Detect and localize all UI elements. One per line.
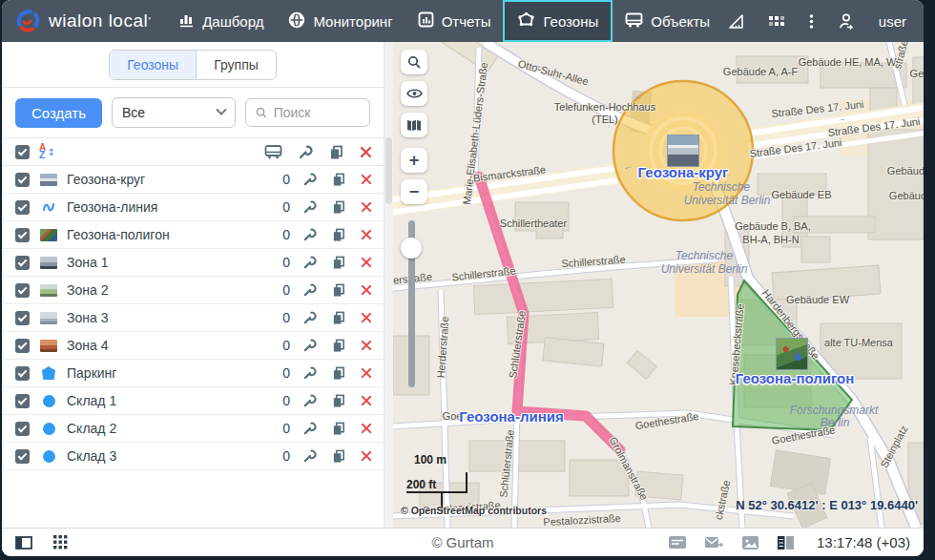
user-icon[interactable] [837,11,856,31]
copy-icon[interactable] [332,283,345,297]
mail-icon[interactable] [705,536,723,550]
geofence-row[interactable]: Паркинг0 [2,360,384,387]
copy-all-icon[interactable] [329,145,343,159]
geofence-row[interactable]: Склад 30 [2,443,384,470]
user-name-label[interactable]: user [879,13,906,30]
nav-item-reports[interactable]: Отчеты [405,0,504,42]
zoom-slider-handle[interactable] [401,238,422,259]
zoom-slider[interactable] [408,220,415,387]
map-layers-button[interactable] [401,113,427,137]
geofence-line-label[interactable]: Геозона-линия [459,408,563,425]
map-label: Telefunken-Hochhaus [554,101,655,113]
geofence-row[interactable]: Зона 10 [2,249,384,277]
geofence-polygon-thumbnail[interactable] [776,338,808,370]
copy-icon[interactable] [332,173,345,186]
units-visibility-icon[interactable] [264,145,282,159]
edit-icon[interactable] [303,283,317,297]
search-box[interactable] [245,98,370,127]
delete-icon[interactable] [361,257,372,268]
delete-icon[interactable] [361,201,372,213]
edit-icon[interactable] [303,256,317,269]
geofence-circle-label[interactable]: Геозона-круг [638,164,729,180]
copy-icon[interactable] [332,339,345,352]
row-checkbox[interactable] [15,228,30,242]
collapse-panel-icon[interactable] [15,536,32,550]
copy-icon[interactable] [332,366,345,380]
map-visibility-button[interactable] [401,81,427,106]
edit-icon[interactable] [303,366,317,380]
edit-icon[interactable] [303,200,317,214]
geofence-row[interactable]: Зона 20 [2,277,384,304]
nav-item-dashboard[interactable]: Дашборд [166,0,276,42]
copy-icon[interactable] [332,311,345,324]
row-checkbox[interactable] [15,173,30,187]
row-checkbox[interactable] [15,200,30,215]
copy-icon[interactable] [332,449,345,463]
sort-az-icon[interactable]: AZ↕ [39,144,55,159]
search-input[interactable] [274,105,360,120]
media-icon[interactable] [742,536,758,550]
select-all-checkbox[interactable] [15,145,30,159]
map-area[interactable]: Otto-Suhr-AlleeMarie-Elisabeth-Lüders-St… [393,42,924,528]
copy-icon[interactable] [332,228,345,241]
nav-item-label: Мониторинг [313,13,392,30]
create-button[interactable]: Создать [15,98,102,128]
kebab-menu-icon[interactable] [809,12,814,31]
row-checkbox[interactable] [15,311,30,325]
geofence-row[interactable]: Склад 10 [2,387,384,415]
zoom-out-button[interactable]: − [401,179,427,204]
edit-icon[interactable] [303,173,317,186]
edit-icon[interactable] [303,449,317,463]
geofence-row[interactable]: Зона 40 [2,332,384,360]
filter-dropdown[interactable]: Все [112,97,236,128]
delete-all-icon[interactable] [360,146,372,158]
delete-icon[interactable] [361,395,372,406]
tab-geofences[interactable]: Геозоны [110,51,196,79]
geofence-row[interactable]: Геозона-полигон0 [2,221,384,249]
zoom-in-button[interactable]: + [401,148,427,173]
copy-icon[interactable] [332,394,345,407]
nav-item-units[interactable]: Объекты [613,0,722,42]
geofence-row[interactable]: Геозона-круг0 [2,166,384,194]
row-checkbox[interactable] [15,283,30,298]
edit-icon[interactable] [303,422,317,435]
row-checkbox[interactable] [15,394,30,408]
tab-groups[interactable]: Группы [196,51,276,79]
delete-icon[interactable] [361,174,372,185]
delete-icon[interactable] [361,312,372,323]
delete-icon[interactable] [361,340,372,351]
copy-icon[interactable] [332,422,345,435]
nav-item-geofences[interactable]: Геозоны [503,0,613,42]
edit-all-icon[interactable] [299,145,313,159]
apps-grid-icon[interactable] [768,12,786,31]
delete-icon[interactable] [361,423,372,434]
delete-icon[interactable] [361,284,372,296]
nav-item-monitoring[interactable]: Мониторинг [276,0,405,42]
notices-icon[interactable] [669,536,686,549]
row-checkbox[interactable] [15,366,30,381]
delete-icon[interactable] [361,450,372,462]
delete-icon[interactable] [361,367,372,379]
geofence-row[interactable]: Геозона-линия0 [2,194,384,221]
panel-scrollbar[interactable] [384,42,393,528]
layout-icon[interactable] [778,536,794,550]
wialon-logo[interactable]: wialon local’ [2,0,166,42]
copy-icon[interactable] [332,200,345,214]
copy-icon[interactable] [332,256,345,269]
row-checkbox[interactable] [15,339,30,353]
ruler-icon[interactable] [727,12,745,31]
delete-icon[interactable] [361,229,372,240]
edit-icon[interactable] [303,311,317,324]
edit-icon[interactable] [303,228,317,241]
geofence-circle-thumbnail[interactable] [667,135,699,167]
edit-icon[interactable] [303,394,317,407]
edit-icon[interactable] [303,339,317,352]
row-checkbox[interactable] [15,422,30,436]
geofence-row[interactable]: Зона 30 [2,304,384,332]
geofence-row[interactable]: Склад 20 [2,415,384,443]
row-checkbox[interactable] [15,449,30,464]
map-search-button[interactable] [401,50,427,74]
row-checkbox[interactable] [15,256,30,270]
grid-icon[interactable] [53,535,68,550]
geofence-polygon-label[interactable]: Геозона-полигон [736,370,855,386]
